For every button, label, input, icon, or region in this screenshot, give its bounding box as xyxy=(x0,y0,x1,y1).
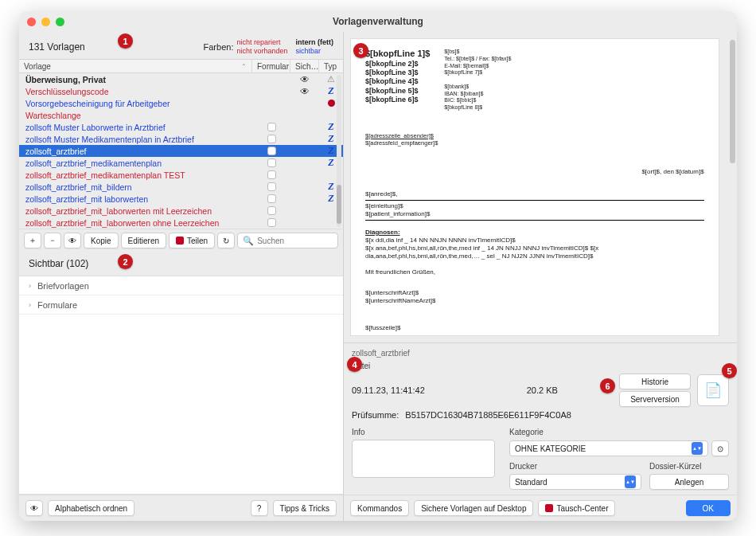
hide-button[interactable]: 👁 xyxy=(64,233,81,248)
info-textarea[interactable] xyxy=(352,440,495,478)
col-typ[interactable]: Typ xyxy=(319,60,343,72)
row-name: zollsoft_arztbrief_mit_laborwerten ohne … xyxy=(25,218,252,228)
col-formular[interactable]: Formular xyxy=(252,60,290,72)
chevron-right-icon: › xyxy=(29,301,31,309)
backup-desktop-button[interactable]: Sichere Vorlagen auf Desktop xyxy=(414,500,533,516)
file-name: zollsoft_arztbrief xyxy=(352,346,729,360)
serverversion-button[interactable]: Serverversion xyxy=(619,391,691,407)
category-settings-button[interactable]: ⊙ xyxy=(711,440,729,456)
row-name: Vorsorgebescheinigung für Arbeitgeber xyxy=(25,99,252,108)
category-tree[interactable]: ›Briefvorlagen ›Formulare xyxy=(19,276,343,495)
visibility-toggle[interactable]: 👁 xyxy=(25,500,43,516)
eye-off-icon: 👁 xyxy=(300,74,310,85)
open-file-button[interactable]: 📄 xyxy=(697,374,729,406)
formular-checkbox[interactable] xyxy=(267,194,276,203)
colors-label: Farben: xyxy=(204,42,234,52)
col-vorlage[interactable]: Vorlage⌃ xyxy=(19,60,252,72)
tips-button[interactable]: Tipps & Tricks xyxy=(273,500,337,516)
zollsoft-icon: Z xyxy=(328,133,333,145)
table-header: Vorlage⌃ Formular Sich… Typ xyxy=(19,59,343,73)
table-row[interactable]: zollsoft_arztbrief_medikamentenplanZ xyxy=(19,157,343,169)
share-button[interactable]: Teilen xyxy=(169,233,215,248)
annotation-badge-6: 6 xyxy=(600,378,615,393)
row-name: zollsoft_arztbrief_medikamentenplan xyxy=(25,158,252,168)
exchange-center-button[interactable]: Tausch-Center xyxy=(538,500,615,516)
chevron-updown-icon: ▲▼ xyxy=(625,475,636,488)
table-row[interactable]: zollsoft_arztbrief_mit_bildernZ xyxy=(19,181,343,193)
anlegen-button[interactable]: Anlegen xyxy=(649,474,729,490)
formular-checkbox[interactable] xyxy=(267,158,276,167)
formular-checkbox[interactable] xyxy=(267,218,276,227)
formular-checkbox[interactable] xyxy=(267,147,276,155)
zollsoft-icon: Z xyxy=(328,157,333,169)
formular-checkbox[interactable] xyxy=(267,182,276,191)
row-name: zollsoft_arztbrief_mit_laborwerten mit L… xyxy=(25,206,252,216)
file-section-label: Datei xyxy=(352,360,729,372)
preview-scrollbar[interactable] xyxy=(730,40,735,335)
search-input[interactable]: 🔍 xyxy=(237,233,338,248)
template-list[interactable]: Überweisung, Privat👁⚠Verschlüsselungscod… xyxy=(19,73,343,229)
commands-button[interactable]: Kommandos xyxy=(350,500,409,516)
table-row[interactable]: Warteschlange xyxy=(19,109,343,121)
table-row[interactable]: Verschlüsselungscode👁Z xyxy=(19,85,343,97)
printer-select[interactable]: Standard▲▼ xyxy=(509,474,641,490)
zollsoft-icon: Z xyxy=(328,85,333,97)
refresh-button[interactable]: ↻ xyxy=(217,233,235,248)
ok-button[interactable]: OK xyxy=(686,500,731,516)
eye-off-icon: 👁 xyxy=(68,237,76,245)
edit-button[interactable]: Editieren xyxy=(121,233,166,248)
table-row[interactable]: zollsoft Muster Laborwerte in ArztbriefZ xyxy=(19,121,343,133)
zollsoft-icon: Z xyxy=(328,145,333,157)
window-title: Vorlagenverwaltung xyxy=(19,16,737,27)
metadata-panel: zollsoft_arztbrief Datei 4 09.11.23, 11:… xyxy=(344,342,737,495)
table-row[interactable]: zollsoft Muster Medikamentenplan in Arzt… xyxy=(19,133,343,145)
formular-checkbox[interactable] xyxy=(267,206,276,215)
table-row[interactable]: zollsoft_arztbrief_mit_laborwerten ohne … xyxy=(19,217,343,229)
row-name: zollsoft_arztbrief_mit laborwerten xyxy=(25,194,252,204)
formular-checkbox[interactable] xyxy=(267,123,276,131)
legend-not-present: nicht vorhanden xyxy=(236,47,287,56)
zollsoft-icon: Z xyxy=(328,181,333,193)
col-sichtbar[interactable]: Sich… xyxy=(290,60,319,72)
sort-alpha-button[interactable]: Alphabetisch ordnen xyxy=(48,500,134,516)
annotation-badge-4: 4 xyxy=(347,357,362,372)
template-count: 131 Vorlagen xyxy=(29,41,85,53)
row-name: Warteschlange xyxy=(25,111,252,120)
document-preview: $[bkopfLine 1]$ $[bkopfLine 2]$ $[bkopfL… xyxy=(350,38,719,336)
row-name: zollsoft_arztbrief_medikamentenplan TEST xyxy=(25,170,252,180)
table-row[interactable]: zollsoft_arztbriefZ xyxy=(19,145,343,157)
copy-button[interactable]: Kopie xyxy=(84,233,119,248)
help-button[interactable]: ? xyxy=(251,500,268,516)
tree-item-briefvorlagen[interactable]: ›Briefvorlagen xyxy=(19,276,343,295)
history-button[interactable]: Historie xyxy=(619,374,691,389)
table-row[interactable]: zollsoft_arztbrief_mit_laborwerten mit L… xyxy=(19,205,343,217)
file-date: 09.11.23, 11:41:42 xyxy=(352,385,425,395)
formular-checkbox[interactable] xyxy=(267,135,276,143)
table-row[interactable]: Vorsorgebescheinigung für Arbeitgeber xyxy=(19,97,343,109)
zollsoft-icon: Z xyxy=(328,193,333,205)
checksum-value: B5157DC16304B71885E6E611F9F4C0A8 xyxy=(405,410,571,420)
table-row[interactable]: Überweisung, Privat👁⚠ xyxy=(19,73,343,85)
add-button[interactable]: ＋ xyxy=(24,233,41,248)
category-label: Kategorie xyxy=(509,426,729,438)
formular-checkbox[interactable] xyxy=(267,170,276,179)
exchange-icon xyxy=(545,504,553,512)
file-size: 20.2 KB xyxy=(527,385,558,395)
printer-label: Drucker xyxy=(509,460,641,472)
list-scrollbar[interactable] xyxy=(337,75,341,227)
table-row[interactable]: zollsoft_arztbrief_mit laborwertenZ xyxy=(19,193,343,205)
remove-button[interactable]: － xyxy=(44,233,61,248)
category-select[interactable]: OHNE KATEGORIE▲▼ xyxy=(509,440,708,456)
tree-item-formulare[interactable]: ›Formulare xyxy=(19,295,343,315)
zollsoft-icon: Z xyxy=(328,121,333,133)
preview-pane: 3 $[bkopfLine 1]$ $[bkopfLine 2]$ $[bkop… xyxy=(344,32,737,342)
chevron-right-icon: › xyxy=(29,282,31,290)
eye-off-icon: 👁 xyxy=(300,86,310,97)
row-name: zollsoft Muster Medikamentenplan in Arzt… xyxy=(25,135,252,144)
titlebar: Vorlagenverwaltung xyxy=(19,11,737,32)
table-row[interactable]: zollsoft_arztbrief_medikamentenplan TEST xyxy=(19,169,343,181)
annotation-badge-2: 2 xyxy=(118,254,133,269)
checksum-label: Prüfsumme: xyxy=(352,410,399,420)
legend-not-repaired: nicht repariert xyxy=(236,38,287,47)
row-name: zollsoft_arztbrief_mit_bildern xyxy=(25,182,252,192)
